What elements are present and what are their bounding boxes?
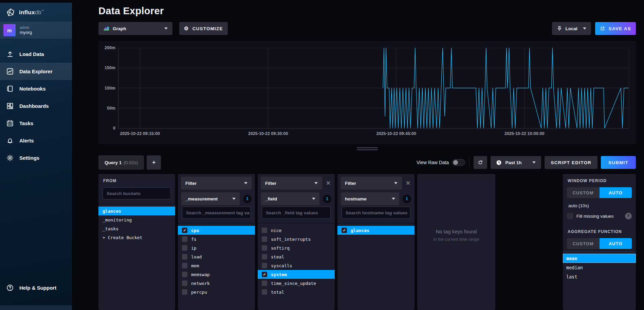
add-query-button[interactable]: + xyxy=(147,155,161,170)
time-range-dropdown[interactable]: Past 1h xyxy=(491,156,541,169)
close-filter-icon[interactable]: ✕ xyxy=(405,180,411,187)
fill-missing-label: Fill missing values xyxy=(576,214,622,219)
tag-key-dropdown[interactable]: _measurement xyxy=(181,192,240,205)
sidebar-item-label: Load Data xyxy=(19,51,44,57)
bucket-item-_monitoring[interactable]: _monitoring xyxy=(98,215,175,224)
sidebar-item-settings[interactable]: Settings xyxy=(0,149,72,167)
empty-title: No tag keys found xyxy=(436,229,477,234)
filter-panel-_measurement: Filter_measurement1Search _measurement t… xyxy=(178,174,255,310)
window-custom-option[interactable]: CUSTOM xyxy=(567,187,600,198)
window-period-mode-switch[interactable]: CUSTOM AUTO xyxy=(567,187,632,198)
tag-value-percpu[interactable]: percpu xyxy=(178,288,255,296)
bucket-item-glances[interactable]: glances xyxy=(98,207,175,215)
refresh-button[interactable] xyxy=(474,156,487,169)
tag-key-dropdown[interactable]: _field xyxy=(261,192,319,205)
view-type-dropdown[interactable]: Graph xyxy=(98,22,172,35)
help-tooltip-icon[interactable]: ? xyxy=(625,213,632,219)
tag-value-network[interactable]: network xyxy=(178,279,255,288)
sidebar-item-data-explorer[interactable]: Data Explorer xyxy=(0,63,72,80)
sidebar-item-notebooks[interactable]: Notebooks xyxy=(0,80,72,97)
checkbox-checked-icon[interactable]: ✓ xyxy=(182,228,187,233)
checkbox-icon[interactable] xyxy=(262,254,267,259)
checkbox-icon[interactable] xyxy=(182,263,187,268)
checkbox-icon[interactable] xyxy=(262,245,267,251)
tag-value-time_since_update[interactable]: time_since_update xyxy=(258,279,335,288)
aggregate-fn-mean[interactable]: mean xyxy=(563,254,636,263)
bucket-item-_tasks[interactable]: _tasks xyxy=(98,224,175,233)
sidebar-item-help-support[interactable]: Help & Support xyxy=(0,279,72,296)
x-axis-tick: 2025-10-22 09:30:00 xyxy=(248,131,288,136)
query-builder: FROM Search buckets glances_monitoring_t… xyxy=(98,174,636,310)
bucket-item--Create-Bucket[interactable]: + Create Bucket xyxy=(98,233,175,242)
aggregate-fn-last[interactable]: last xyxy=(563,272,636,281)
checkbox-icon[interactable] xyxy=(182,245,187,251)
tag-value-load[interactable]: load xyxy=(178,252,255,261)
sidebar-item-alerts[interactable]: Alerts xyxy=(0,132,72,149)
tag-value-soft_interrupts[interactable]: soft_interrupts xyxy=(258,235,335,244)
tag-value-nice[interactable]: nice xyxy=(258,226,335,235)
tag-value-search-input[interactable]: Search _field tag values xyxy=(262,207,331,219)
query-toolbar: Query 1 (0.02s) + View Raw Data xyxy=(98,155,636,170)
script-editor-button[interactable]: SCRIPT EDITOR xyxy=(545,156,597,169)
tag-value-fs[interactable]: fs xyxy=(178,235,255,244)
checkbox-icon[interactable] xyxy=(262,263,267,268)
filter-type-dropdown[interactable]: Filter xyxy=(181,177,252,190)
tag-value-search-input[interactable]: Search hostname tag values xyxy=(342,207,410,219)
window-auto-option[interactable]: AUTO xyxy=(600,187,632,198)
checkbox-checked-icon[interactable]: ✓ xyxy=(262,272,267,277)
customize-button[interactable]: ⚙ CUSTOMIZE xyxy=(179,22,228,35)
checkbox-checked-icon[interactable]: ✓ xyxy=(342,228,347,233)
tag-value-steal[interactable]: steal xyxy=(258,252,335,261)
tag-value-glances[interactable]: ✓glances xyxy=(337,226,415,235)
selected-count-badge: 1 xyxy=(323,195,331,203)
save-as-button[interactable]: SAVE AS xyxy=(595,22,636,35)
checkbox-icon[interactable] xyxy=(182,236,187,242)
tag-value-memswap[interactable]: memswap xyxy=(178,270,255,279)
aggregate-fn-median[interactable]: median xyxy=(563,263,636,272)
checkbox-icon[interactable] xyxy=(262,289,267,295)
sidebar-item-tasks[interactable]: Tasks xyxy=(0,115,72,132)
chevron-down-icon xyxy=(164,27,168,30)
filter-type-dropdown[interactable]: Filter xyxy=(341,177,402,190)
close-filter-icon[interactable]: ✕ xyxy=(325,180,332,187)
checkbox-icon[interactable] xyxy=(182,272,187,277)
fill-missing-checkbox[interactable] xyxy=(567,213,573,219)
y-axis-tick: 0 xyxy=(113,126,115,131)
fill-missing-values-row[interactable]: Fill missing values ? xyxy=(563,213,636,225)
dashboards-icon xyxy=(6,102,14,110)
checkbox-icon[interactable] xyxy=(262,236,267,242)
panel-resize-handle[interactable] xyxy=(357,147,378,151)
tag-value-system[interactable]: ✓system xyxy=(258,270,335,279)
user-org-switcher[interactable]: m admin myorg xyxy=(0,22,72,39)
tag-value-search-input[interactable]: Search _measurement tag va xyxy=(182,207,251,219)
tag-key-dropdown[interactable]: hostname xyxy=(341,192,399,205)
checkbox-icon[interactable] xyxy=(262,280,267,286)
checkbox-icon[interactable] xyxy=(182,289,187,295)
save-location-dropdown[interactable]: Local xyxy=(552,22,591,35)
tag-value-cpu[interactable]: ✓cpu xyxy=(178,226,255,235)
help-label: Help & Support xyxy=(19,285,56,291)
tag-value-ip[interactable]: ip xyxy=(178,244,255,252)
tag-value-total[interactable]: total xyxy=(258,288,335,296)
tag-value-softirq[interactable]: softirq xyxy=(258,244,335,252)
gear-icon: ⚙ xyxy=(184,25,189,32)
view-raw-data-toggle[interactable] xyxy=(452,159,465,166)
tag-value-syscalls[interactable]: syscalls xyxy=(258,261,335,270)
x-axis-tick: 2025-10-22 09:45:00 xyxy=(376,131,416,136)
aggregate-auto-option[interactable]: AUTO xyxy=(600,238,632,249)
bucket-search-input[interactable]: Search buckets xyxy=(103,187,171,199)
tag-value-mem[interactable]: mem xyxy=(178,261,255,270)
checkbox-icon[interactable] xyxy=(262,228,267,233)
submit-button[interactable]: SUBMIT xyxy=(601,156,636,169)
influxdb-logo[interactable]: influxdb™ xyxy=(0,3,72,22)
influxdb-cube-icon xyxy=(6,8,15,17)
aggregate-custom-option[interactable]: CUSTOM xyxy=(567,238,600,249)
sidebar-item-dashboards[interactable]: Dashboards xyxy=(0,97,72,115)
query-tab[interactable]: Query 1 (0.02s) xyxy=(98,155,144,170)
aggregate-mode-switch[interactable]: CUSTOM AUTO xyxy=(567,238,632,249)
checkbox-icon[interactable] xyxy=(182,254,187,259)
checkbox-icon[interactable] xyxy=(182,280,187,286)
sidebar-item-load-data[interactable]: Load Data xyxy=(0,45,72,63)
filter-type-dropdown[interactable]: Filter xyxy=(261,177,322,190)
time-series-chart[interactable]: 050m100m150m200m2025-10-22 09:15:002025-… xyxy=(98,41,636,144)
